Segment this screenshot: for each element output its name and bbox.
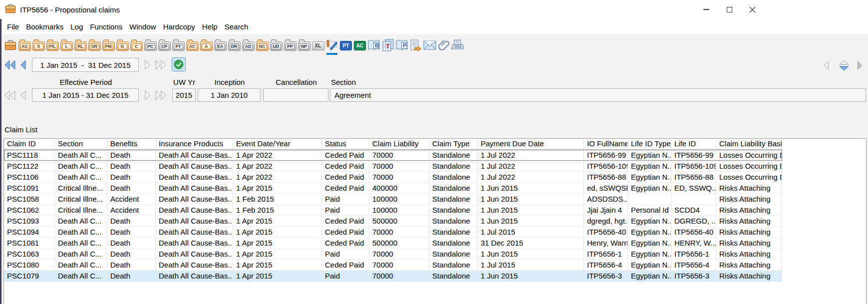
toolbar-rl-folder-icon[interactable]: RL — [73, 36, 87, 54]
cell: Losses Occurring D... — [716, 172, 782, 183]
toolbar-a-folder-icon[interactable]: A — [199, 36, 213, 54]
toolbar-nc-folder-icon[interactable]: NC — [255, 36, 269, 54]
column-header-payment-due-date[interactable]: Payment Due Date — [478, 139, 584, 149]
menu-item-search[interactable]: Search — [221, 22, 252, 31]
table-row-psc1106[interactable]: PSC1106Death All C...DeathDeath All Caus… — [4, 172, 782, 183]
column-header-claim-type[interactable]: Claim Type — [429, 139, 478, 149]
cell: ITP5656-99 — [671, 150, 716, 161]
toolbar-ad-folder-icon[interactable]: AD — [241, 36, 255, 54]
table-row-psc1091[interactable]: PSC1091Critical Illne...DeathDeath All C… — [4, 183, 782, 194]
toolbar-export-list-icon[interactable] — [409, 36, 423, 54]
check-circle-icon — [174, 59, 184, 69]
menu-item-window[interactable]: Window — [126, 22, 159, 31]
table-row-psc1118[interactable]: PSC1118Death All C...DeathDeath All Caus… — [4, 150, 782, 161]
column-header-section[interactable]: Section — [55, 139, 107, 149]
column-header-benefits[interactable]: Benefits — [107, 139, 156, 149]
cell: Death All C... — [55, 161, 107, 172]
table-row-psc1062[interactable]: PSC1062Critical Illne...AccidentDeath Al… — [4, 205, 782, 216]
column-header-event-date-year[interactable]: Event Date/Year — [233, 139, 322, 149]
toolbar-t-grid-icon[interactable]: T — [381, 36, 395, 54]
cell: Death All Cause-Bas... — [156, 249, 233, 260]
cell: Standalone — [429, 183, 478, 194]
toolbar-cp-folder-icon[interactable]: CP — [157, 36, 171, 54]
table-row-psc1122[interactable]: PSC1122Death All C...DeathDeath All Caus… — [4, 161, 782, 172]
cell: Ceded Paid — [322, 150, 369, 161]
toolbar-pm-folder-icon[interactable]: PM — [101, 36, 115, 54]
record-next-button[interactable] — [856, 60, 864, 71]
toolbar-mail-icon[interactable] — [423, 36, 437, 54]
table-row-psc1080[interactable]: PSC1080Death All C...DeathDeath All Caus… — [4, 260, 782, 271]
column-header-claim-id[interactable]: Claim ID — [4, 139, 55, 149]
toolbar-p-book-icon[interactable]: P — [395, 36, 409, 54]
period-display[interactable]: 1 Jan 2015 - 31 Dec 2015 — [32, 58, 139, 72]
uw-yr-field[interactable]: 2015 — [172, 88, 196, 102]
column-header-insurance-products[interactable]: Insurance Products — [156, 139, 233, 149]
nav2-prev-button[interactable] — [19, 89, 28, 101]
toolbar-pl-folder-icon[interactable]: P/L — [45, 36, 59, 54]
toolbar-np-folder-icon[interactable]: NP — [297, 36, 311, 54]
toolbar-pt-badge-icon[interactable]: PT — [339, 36, 353, 54]
right-arrow-icon — [143, 89, 152, 101]
cell: Ceded Paid — [322, 238, 369, 249]
inception-field[interactable]: 1 Jan 2010 — [198, 88, 261, 102]
minimize-button[interactable] — [695, 3, 718, 16]
column-header-io-fullname[interactable]: IO FullName — [584, 139, 628, 149]
nav-last-button[interactable] — [154, 59, 168, 71]
toolbar-pt-folder-icon[interactable]: PT — [171, 36, 185, 54]
cancellation-field[interactable] — [263, 88, 328, 102]
toolbar-d-folder-icon[interactable]: D — [115, 36, 129, 54]
section-field[interactable]: Agreement — [330, 88, 866, 102]
table-row-psc1079[interactable]: PSC1079Death All C...DeathDeath All Caus… — [4, 271, 782, 282]
cell: PSC1093 — [4, 216, 55, 227]
toolbar-xl-button-icon[interactable]: XL — [311, 36, 325, 54]
cell: Paid — [322, 205, 369, 216]
menu-item-file[interactable]: File — [3, 22, 22, 31]
record-prev-button[interactable] — [823, 60, 831, 71]
toolbar-ud-folder-icon[interactable]: UD — [269, 36, 283, 54]
nav2-first-button[interactable] — [3, 89, 17, 101]
toolbar-signature-pen-icon[interactable] — [325, 36, 339, 54]
toolbar-ea-folder-icon[interactable]: EA — [213, 36, 227, 54]
nav-next-button[interactable] — [143, 59, 152, 71]
menu-item-hardcopy[interactable]: Hardcopy — [160, 22, 199, 31]
table-row-psc1063[interactable]: PSC1063Death All C...DeathDeath All Caus… — [4, 249, 782, 260]
menu-item-log[interactable]: Log — [67, 22, 86, 31]
nav2-next-button[interactable] — [143, 89, 152, 101]
toolbar-attachment-icon[interactable] — [437, 36, 451, 54]
column-header-life-id[interactable]: Life ID — [671, 139, 716, 149]
toolbar-ac-folder-icon[interactable]: AC — [185, 36, 199, 54]
column-header-claim-liability-basis[interactable]: Claim Liability Basis — [716, 139, 782, 149]
menu-item-functions[interactable]: Functions — [86, 22, 126, 31]
maximize-button[interactable] — [718, 3, 741, 16]
toolbar-dr-folder-icon[interactable]: DR — [227, 36, 241, 54]
nav-first-button[interactable] — [3, 59, 17, 71]
toolbar-b-book-icon[interactable]: B — [367, 36, 381, 54]
toolbar-sr-folder-icon[interactable]: SR — [87, 36, 101, 54]
toolbar-app-briefcase-icon[interactable] — [3, 36, 17, 54]
toolbar-pp-folder-icon[interactable]: PP — [283, 36, 297, 54]
toolbar-ac-badge-icon[interactable]: AC — [353, 36, 367, 54]
table-row-psc1093[interactable]: PSC1093Death All C...DeathDeath All Caus… — [4, 216, 782, 227]
table-row-psc1058[interactable]: PSC1058Critical Illne...AccidentDeath Al… — [4, 194, 782, 205]
column-header-life-id-type[interactable]: Life ID Type — [628, 139, 671, 149]
toolbar-s-folder-icon[interactable]: S — [31, 36, 45, 54]
toolbar-print-icon[interactable] — [451, 36, 465, 54]
toolbar-pc-folder-icon[interactable]: PC — [143, 36, 157, 54]
cell: 500000 — [369, 238, 429, 249]
toolbar-c-folder-icon[interactable]: C — [129, 36, 143, 54]
table-row-psc1081[interactable]: PSC1081Death All C...DeathDeath All Caus… — [4, 238, 782, 249]
confirm-button[interactable] — [172, 57, 186, 71]
table-row-psc1094[interactable]: PSC1094Death All C...DeathDeath All Caus… — [4, 227, 782, 238]
toolbar-l-folder-icon[interactable]: L — [59, 36, 73, 54]
cell: PSC1106 — [4, 172, 55, 183]
nav-prev-button[interactable] — [19, 59, 28, 71]
column-header-claim-liability[interactable]: Claim Liability — [369, 139, 429, 149]
column-header-status[interactable]: Status — [322, 139, 369, 149]
menu-item-bookmarks[interactable]: Bookmarks — [22, 22, 67, 31]
effective-period-field[interactable]: 1 Jan 2015 - 31 Dec 2015 — [32, 88, 139, 102]
close-button[interactable] — [741, 3, 764, 16]
menu-item-help[interactable]: Help — [199, 22, 221, 31]
toolbar-as-folder-icon[interactable]: AS — [17, 36, 31, 54]
record-updown-spinner[interactable] — [838, 59, 851, 72]
nav2-last-button[interactable] — [154, 89, 168, 101]
